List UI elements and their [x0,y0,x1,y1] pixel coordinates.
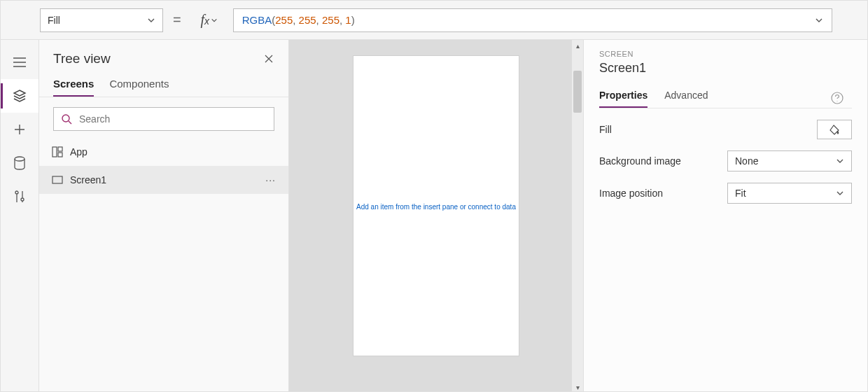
formula-text: RGBA(255, 255, 255, 1) [242,14,355,26]
rail-insert[interactable] [1,113,38,146]
chevron-down-icon [836,157,844,165]
tree-tabs: Screens Components [39,74,288,97]
tab-screens[interactable]: Screens [53,74,94,97]
scroll-up-icon[interactable]: ▴ [572,40,583,51]
formula-input[interactable]: RGBA(255, 255, 255, 1) [233,8,832,32]
chevron-down-icon [211,17,218,24]
screen-icon [52,176,63,184]
tree-item-app[interactable]: App [39,138,288,166]
property-select-value: Fill [48,15,60,26]
left-rail [1,40,38,392]
fill-color-picker[interactable] [817,120,852,139]
canvas-hint: Add an item from the insert pane or conn… [354,203,519,211]
rail-hamburger[interactable] [1,46,38,79]
svg-rect-5 [52,176,62,183]
tree-item-label: Screen1 [70,174,106,186]
canvas-area: Add an item from the insert pane or conn… [289,40,583,392]
svg-rect-2 [52,147,57,157]
screen-canvas[interactable]: Add an item from the insert pane or conn… [353,55,519,356]
fx-icon: fx [200,12,209,28]
image-position-value: Fit [735,188,746,199]
search-input[interactable]: Search [53,107,274,131]
selection-name: Screen1 [599,61,852,76]
search-placeholder: Search [79,113,110,125]
equals-label: = [169,12,186,28]
prop-label-fill: Fill [599,124,612,135]
search-icon [61,113,72,125]
bg-image-select[interactable]: None [727,150,852,172]
close-icon[interactable] [263,53,274,64]
vertical-scrollbar[interactable]: ▴ ▾ [572,40,583,392]
chevron-down-icon[interactable] [815,16,823,24]
scroll-thumb[interactable] [573,71,582,113]
image-position-select[interactable]: Fit [727,183,852,204]
svg-rect-3 [58,147,62,151]
hamburger-icon [13,57,26,67]
more-icon[interactable]: ··· [265,174,276,186]
tree-item-label: App [70,146,88,158]
rail-tree-view[interactable] [1,79,38,113]
properties-panel: SCREEN Screen1 Properties Advanced Fill … [583,40,867,392]
app-icon [52,146,63,158]
properties-tabs: Properties Advanced [599,85,852,108]
tools-icon [13,190,26,204]
tab-components[interactable]: Components [109,74,169,97]
svg-point-0 [15,157,24,161]
svg-rect-4 [58,153,62,157]
selection-category: SCREEN [599,50,852,58]
tree-item-screen1[interactable]: Screen1 ··· [39,166,288,194]
tree-view-panel: Tree view Screens Components Search App [38,40,289,392]
database-icon [13,156,26,170]
bg-image-value: None [735,155,758,167]
scroll-down-icon[interactable]: ▾ [572,382,583,392]
paint-bucket-icon [829,124,840,135]
chevron-down-icon [147,16,155,24]
prop-label-bg-image: Background image [599,155,681,167]
svg-point-1 [62,115,69,122]
fx-dropdown[interactable]: fx [191,8,227,32]
rail-data[interactable] [1,146,38,180]
property-select[interactable]: Fill [40,8,163,32]
help-icon[interactable] [831,92,844,104]
plus-icon [13,123,26,136]
layers-icon [13,89,27,103]
chevron-down-icon [836,189,844,197]
tree-view-title: Tree view [53,51,111,66]
formula-bar: Fill = fx RGBA(255, 255, 255, 1) [1,1,867,40]
rail-tools[interactable] [1,180,38,214]
prop-label-image-position: Image position [599,188,663,199]
tab-properties[interactable]: Properties [599,85,648,108]
tab-advanced[interactable]: Advanced [664,85,708,108]
